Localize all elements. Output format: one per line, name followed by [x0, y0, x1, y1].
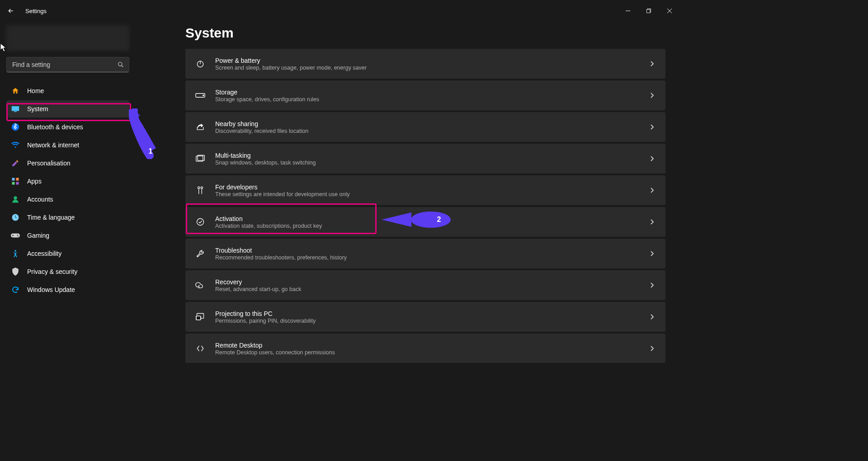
setting-title: Projecting to this PC: [215, 310, 648, 317]
svg-rect-3: [12, 106, 19, 111]
svg-rect-12: [11, 233, 20, 237]
search-icon: [118, 61, 124, 68]
minimize-icon: [626, 9, 630, 13]
svg-rect-6: [12, 178, 15, 181]
svg-point-15: [14, 250, 16, 252]
nav: Home System Bluetooth & devices Network …: [6, 82, 129, 298]
setting-item-activation[interactable]: Activation Activation state, subscriptio…: [185, 207, 665, 237]
setting-text: Nearby sharing Discoverability, received…: [215, 120, 648, 134]
setting-text: Multi-tasking Snap windows, desktops, ta…: [215, 152, 648, 166]
setting-item-recovery[interactable]: Recovery Reset, advanced start-up, go ba…: [185, 270, 665, 300]
setting-subtitle: These settings are intended for developm…: [215, 191, 648, 198]
setting-subtitle: Permissions, pairing PIN, discoverabilit…: [215, 318, 648, 324]
nav-item-label: System: [27, 105, 48, 113]
minimize-button[interactable]: [618, 4, 638, 18]
setting-title: Remote Desktop: [215, 342, 648, 349]
search-input[interactable]: [6, 57, 129, 72]
setting-subtitle: Recommended troubleshooters, preferences…: [215, 254, 648, 261]
setting-subtitle: Activation state, subscriptions, product…: [215, 223, 648, 229]
recovery-icon: [195, 280, 205, 290]
setting-item-power-battery[interactable]: Power & battery Screen and sleep, batter…: [185, 49, 665, 79]
maximize-icon: [646, 9, 651, 13]
nav-item-apps[interactable]: Apps: [6, 173, 129, 190]
svg-rect-8: [12, 182, 15, 185]
chevron-right-icon: [648, 187, 656, 194]
svg-rect-4: [14, 111, 17, 112]
setting-item-multi-tasking[interactable]: Multi-tasking Snap windows, desktops, ta…: [185, 144, 665, 174]
account-profile[interactable]: [6, 25, 129, 51]
svg-rect-25: [196, 316, 201, 320]
share-icon: [195, 122, 205, 132]
svg-point-18: [203, 95, 204, 96]
svg-point-23: [197, 219, 204, 226]
setting-text: For developers These settings are intend…: [215, 183, 648, 198]
setting-title: Multi-tasking: [215, 152, 648, 159]
nav-item-label: Home: [27, 87, 44, 94]
setting-title: Nearby sharing: [215, 120, 648, 127]
setting-item-troubleshoot[interactable]: Troubleshoot Recommended troubleshooters…: [185, 239, 665, 268]
update-icon: [11, 285, 20, 294]
bluetooth-icon: [11, 122, 20, 132]
gaming-icon: [11, 231, 20, 240]
chevron-right-icon: [648, 218, 656, 226]
page-title: System: [185, 25, 665, 41]
setting-text: Activation Activation state, subscriptio…: [215, 215, 648, 229]
activation-icon: [195, 217, 205, 227]
setting-subtitle: Remote Desktop users, connection permiss…: [215, 349, 648, 356]
arrow-left-icon: [7, 7, 14, 14]
nav-item-privacy-security[interactable]: Privacy & security: [6, 263, 129, 280]
nav-item-accessibility[interactable]: Accessibility: [6, 245, 129, 262]
svg-point-13: [17, 235, 18, 235]
setting-text: Troubleshoot Recommended troubleshooters…: [215, 247, 648, 261]
storage-icon: [195, 90, 205, 100]
chevron-right-icon: [648, 123, 656, 131]
setting-item-storage[interactable]: Storage Storage space, drives, configura…: [185, 80, 665, 110]
nav-item-accounts[interactable]: Accounts: [6, 191, 129, 208]
back-button[interactable]: [4, 4, 18, 18]
svg-point-2: [118, 62, 122, 66]
close-button[interactable]: [659, 4, 680, 18]
troubleshoot-icon: [195, 249, 205, 259]
nav-item-network-internet[interactable]: Network & internet: [6, 136, 129, 154]
nav-item-home[interactable]: Home: [6, 82, 129, 99]
setting-title: Activation: [215, 215, 648, 222]
nav-item-time-language[interactable]: Time & language: [6, 209, 129, 226]
annotation-number-1: 1: [145, 146, 156, 157]
title-bar-label: Settings: [25, 8, 47, 14]
setting-subtitle: Discoverability, received files location: [215, 128, 648, 134]
svg-rect-1: [646, 9, 650, 13]
nav-item-windows-update[interactable]: Windows Update: [6, 281, 129, 298]
window-controls: [618, 4, 680, 18]
remote-desktop-icon: [195, 343, 205, 353]
chevron-right-icon: [648, 345, 656, 352]
nav-item-personalisation[interactable]: Personalisation: [6, 155, 129, 172]
maximize-button[interactable]: [638, 4, 659, 18]
privacy-icon: [11, 267, 20, 276]
setting-subtitle: Reset, advanced start-up, go back: [215, 286, 648, 292]
svg-point-14: [18, 236, 19, 237]
chevron-right-icon: [648, 92, 656, 99]
time-language-icon: [11, 213, 20, 222]
nav-item-system[interactable]: System: [6, 100, 129, 118]
accounts-icon: [11, 195, 20, 204]
nav-item-gaming[interactable]: Gaming: [6, 227, 129, 244]
setting-item-projecting-to-this-pc[interactable]: Projecting to this PC Permissions, pairi…: [185, 302, 665, 332]
setting-item-for-developers[interactable]: For developers These settings are intend…: [185, 175, 665, 205]
setting-item-remote-desktop[interactable]: Remote Desktop Remote Desktop users, con…: [185, 334, 665, 363]
setting-text: Projecting to this PC Permissions, pairi…: [215, 310, 648, 324]
chevron-right-icon: [648, 60, 656, 67]
content: System Power & battery Screen and sleep,…: [136, 22, 684, 363]
svg-rect-9: [16, 182, 19, 185]
sidebar: Home System Bluetooth & devices Network …: [0, 22, 136, 363]
setting-text: Power & battery Screen and sleep, batter…: [215, 57, 648, 71]
svg-rect-7: [16, 178, 19, 181]
projecting-icon: [195, 312, 205, 322]
nav-item-bluetooth-devices[interactable]: Bluetooth & devices: [6, 118, 129, 136]
annotation-number-2: 2: [433, 214, 445, 226]
power-icon: [195, 59, 205, 69]
multitask-icon: [195, 154, 205, 164]
setting-item-nearby-sharing[interactable]: Nearby sharing Discoverability, received…: [185, 112, 665, 142]
system-icon: [11, 104, 20, 113]
nav-item-label: Accessibility: [27, 250, 61, 257]
setting-list: Power & battery Screen and sleep, batter…: [185, 49, 665, 363]
